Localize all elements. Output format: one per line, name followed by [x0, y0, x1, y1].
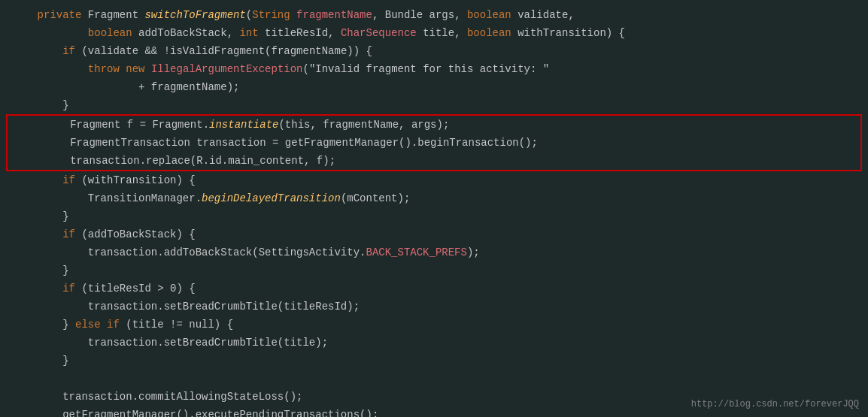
highlighted-line-1: Fragment f = Fragment.instantiate(this, …	[8, 116, 860, 134]
line-text	[0, 370, 62, 387]
line-text: TransitionManager.beginDelayedTransition…	[0, 190, 410, 207]
line-text: FragmentTransaction transaction = getFra…	[8, 134, 538, 151]
line-text: if (addToBackStack) {	[0, 226, 196, 243]
line-text: }	[0, 352, 69, 369]
line-text: + fragmentName);	[0, 79, 239, 95]
code-line-3: if (validate && !isValidFragment(fragmen…	[0, 42, 868, 60]
code-line-13: if (addToBackStack) {	[0, 225, 868, 243]
line-text: if (withTransition) {	[0, 172, 196, 189]
code-line-16: if (titleResId > 0) {	[0, 280, 868, 298]
code-line-21	[0, 370, 868, 388]
highlighted-line-3: transaction.replace(R.id.main_content, f…	[8, 152, 860, 170]
line-text: transaction.addToBackStack(SettingsActiv…	[0, 244, 480, 261]
code-line-10: if (withTransition) {	[0, 171, 868, 189]
line-text: } else if (title != null) {	[0, 316, 233, 333]
code-line-17: transaction.setBreadCrumbTitle(titleResI…	[0, 298, 868, 316]
code-line-14: transaction.addToBackStack(SettingsActiv…	[0, 243, 868, 261]
code-editor: private Fragment switchToFragment(String…	[0, 0, 868, 417]
code-line-18: } else if (title != null) {	[0, 316, 868, 334]
line-text: Fragment f = Fragment.instantiate(this, …	[8, 116, 449, 133]
code-line-4: throw new IllegalArgumentException("Inva…	[0, 60, 868, 78]
line-text: }	[0, 208, 69, 225]
line-text: if (validate && !isValidFragment(fragmen…	[0, 43, 372, 59]
line-text: private Fragment switchToFragment(String…	[0, 7, 575, 23]
code-line-5: + fragmentName);	[0, 78, 868, 96]
line-text: boolean addToBackStack, int titleResId, …	[0, 25, 625, 41]
code-line-15: }	[0, 261, 868, 280]
line-text: transaction.replace(R.id.main_content, f…	[8, 153, 335, 169]
line-text: transaction.commitAllowingStateLoss();	[0, 388, 302, 405]
highlighted-line-2: FragmentTransaction transaction = getFra…	[8, 134, 860, 152]
code-line-20: }	[0, 352, 868, 370]
line-text: }	[0, 97, 69, 113]
watermark-text: http://blog.csdn.net/foreverJQQ	[691, 399, 859, 409]
highlighted-code-block: Fragment f = Fragment.instantiate(this, …	[6, 114, 862, 171]
line-text: transaction.setBreadCrumbTitle(title);	[0, 334, 328, 351]
line-text: getFragmentManager().executePendingTrans…	[0, 406, 378, 417]
code-line-2: boolean addToBackStack, int titleResId, …	[0, 24, 868, 42]
line-text: transaction.setBreadCrumbTitle(titleResI…	[0, 298, 360, 315]
code-line-1: private Fragment switchToFragment(String…	[0, 6, 868, 24]
code-line-6: }	[0, 96, 868, 114]
code-line-12: }	[0, 207, 868, 225]
code-line-19: transaction.setBreadCrumbTitle(title);	[0, 334, 868, 352]
line-text: throw new IllegalArgumentException("Inva…	[0, 61, 549, 77]
code-line-11: TransitionManager.beginDelayedTransition…	[0, 189, 868, 207]
line-text: if (titleResId > 0) {	[0, 280, 196, 297]
line-text: }	[0, 262, 69, 279]
